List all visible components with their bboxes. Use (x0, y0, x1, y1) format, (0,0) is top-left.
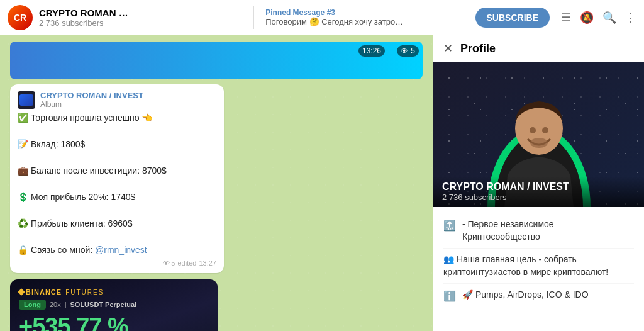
avatar-initials: CR (14, 13, 26, 23)
profile-photo-area: CRYPTO ROMAN / INVEST 2 736 subscribers (433, 62, 644, 207)
pair-tag: SOLUSDT Perpetual (70, 301, 137, 308)
view-count: 5 (411, 47, 415, 55)
message-time: 13:27 (199, 259, 216, 267)
desc1-text: - Первое независимое Криптосообщество (462, 218, 634, 243)
info-item-1: 🔝 - Первое независимое Криптосообщество (443, 213, 634, 249)
close-button[interactable]: ✕ (443, 42, 453, 55)
media-timer: 13:26 (358, 45, 385, 57)
profile-name-area: CRYPTO ROMAN / INVEST 2 736 subscribers (433, 176, 644, 207)
media-counter: 👁 5 (397, 45, 419, 57)
top-icon: 🔝 (443, 219, 456, 233)
binance-card: BINANCE FUTURES Long 20x | SOLUSDT Perpe… (10, 279, 218, 331)
message-body: ✅ Торговля прошла успешно 👈 📝 Вклад: 180… (18, 111, 216, 257)
separator: | (65, 301, 67, 308)
binance-header: BINANCE FUTURES (19, 288, 209, 296)
header-divider (253, 6, 254, 29)
more-icon[interactable]: ⋮ (625, 11, 636, 25)
direction-tag: Long (19, 300, 46, 310)
search-icon[interactable]: 🔍 (602, 11, 616, 25)
msg-line5: ♻️ Прибыль клиента: 6960$ (18, 217, 216, 230)
chat-area[interactable]: 13:26 👁 5 CRYPTO ROMAN / INVEST Album ✅ … (0, 35, 433, 331)
contact-link[interactable]: @rmn_invest (95, 245, 147, 255)
svg-point-5 (530, 138, 548, 148)
profile-title: Profile (460, 42, 634, 55)
sender-info: CRYPTO ROMAN / INVEST Album (40, 91, 143, 109)
profile-subscribers: 2 736 subscribers (442, 193, 635, 202)
desc3-text: 🚀 Pumps, AirDrops, ICO & IDO (462, 289, 589, 301)
profile-channel-name: CRYPTO ROMAN / INVEST (442, 181, 635, 193)
diamond-icon (18, 288, 25, 295)
info-item-2: 👥 Наша главная цель - собрать криптоинту… (443, 249, 634, 284)
mute-icon[interactable]: 🔕 (580, 11, 594, 25)
eye-icon: 👁 (401, 47, 408, 55)
percentage: +535,77 % (19, 313, 209, 331)
svg-point-4 (542, 127, 548, 133)
filter-icon[interactable]: ☰ (561, 11, 571, 25)
avatar-inner (19, 94, 33, 106)
profile-panel: ✕ Profile (433, 35, 644, 331)
view-count: 👁 5 (163, 259, 175, 267)
binance-tags: Long 20x | SOLUSDT Perpetual (19, 300, 209, 310)
subscribe-button[interactable]: SUBSCRIBE (475, 8, 550, 28)
sender-avatar (18, 91, 35, 109)
info-item-3: ℹ️ 🚀 Pumps, AirDrops, ICO & IDO (443, 284, 634, 308)
info-icon: ℹ️ (443, 289, 456, 303)
desc2-text: 👥 Наша главная цель - собрать криптоинту… (443, 254, 634, 278)
media-strip: 13:26 👁 5 (10, 42, 423, 79)
profile-info: 🔝 - Первое независимое Криптосообщество … (433, 207, 644, 315)
channel-info: CRYPTO ROMAN … 2 736 subscribers (39, 8, 242, 28)
message-type: Album (40, 100, 143, 109)
leverage-tag: 20x (50, 301, 61, 308)
edited-label: edited (177, 259, 196, 267)
message-header: CRYPTO ROMAN / INVEST Album (18, 91, 216, 109)
msg-line6: 🔒 Связь со мной: @rmn_invest (18, 244, 216, 257)
channel-avatar: CR (8, 5, 33, 30)
pinned-message[interactable]: Pinned Message #3 Поговорим 🤔 Сегодня хо… (265, 8, 469, 26)
msg-line3: 💼 Баланс после инвестиции: 8700$ (18, 164, 216, 177)
message-footer: 👁 5 edited 13:27 (18, 259, 216, 267)
subscriber-count: 2 736 subscribers (39, 18, 242, 28)
sender-name: CRYPTO ROMAN / INVEST (40, 91, 143, 100)
msg-line1: ✅ Торговля прошла успешно 👈 (18, 111, 216, 125)
msg-line2: 📝 Вклад: 1800$ (18, 138, 216, 151)
binance-logo: BINANCE (19, 288, 62, 296)
main-content: 13:26 👁 5 CRYPTO ROMAN / INVEST Album ✅ … (0, 35, 644, 331)
svg-point-3 (530, 127, 536, 133)
message-bubble: CRYPTO ROMAN / INVEST Album ✅ Торговля п… (10, 84, 224, 273)
chat-header: CR CRYPTO ROMAN … 2 736 subscribers Pinn… (0, 0, 644, 35)
pinned-label: Pinned Message #3 (265, 8, 469, 17)
header-actions: ☰ 🔕 🔍 ⋮ (561, 11, 636, 25)
channel-name[interactable]: CRYPTO ROMAN … (39, 8, 242, 18)
msg-line4: 💲 Моя прибыль 20%: 1740$ (18, 191, 216, 204)
pinned-text: Поговорим 🤔 Сегодня хочу затро… (265, 17, 469, 26)
profile-header-bar: ✕ Profile (433, 35, 644, 62)
